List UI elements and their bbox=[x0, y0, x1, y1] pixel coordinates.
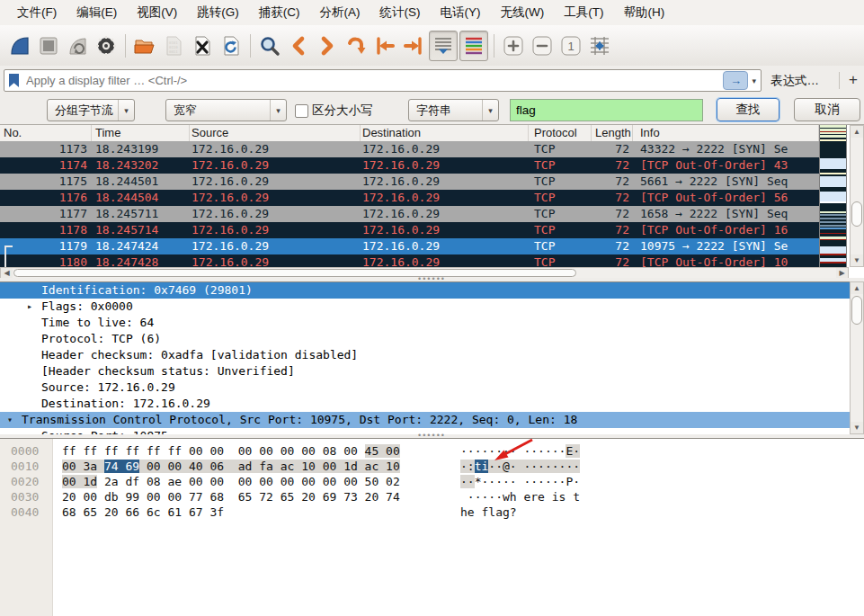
resize-columns-button[interactable] bbox=[586, 31, 613, 60]
ascii-char[interactable]: · bbox=[488, 490, 495, 504]
hex-byte[interactable]: 00 bbox=[259, 444, 273, 458]
hex-byte[interactable]: 00 bbox=[189, 475, 203, 488]
hex-byte[interactable]: 00 bbox=[259, 475, 273, 488]
case-sensitive-checkbox[interactable] bbox=[295, 104, 308, 118]
reload-file-button[interactable] bbox=[218, 31, 245, 60]
vscroll-thumb[interactable] bbox=[851, 296, 862, 325]
column-header-protocol[interactable]: Protocol bbox=[529, 125, 592, 141]
hex-byte[interactable]: 00 bbox=[301, 475, 316, 488]
search-type-combo[interactable]: 字符串 ▾ bbox=[408, 99, 499, 121]
hex-byte[interactable]: 00 bbox=[83, 490, 97, 504]
detail-vscrollbar[interactable]: ▲ ▼ bbox=[850, 281, 864, 434]
packet-row[interactable]: 117418.243202172.16.0.29172.16.0.29TCP72… bbox=[0, 157, 819, 174]
search-query-input[interactable] bbox=[510, 99, 703, 121]
detail-line[interactable]: ▸Flags: 0x0000 bbox=[0, 299, 864, 315]
hex-byte[interactable]: 3f bbox=[209, 505, 224, 519]
packet-row[interactable]: 117718.245711172.16.0.29172.16.0.29TCP72… bbox=[0, 206, 819, 222]
detail-line[interactable]: Protocol: TCP (6) bbox=[0, 331, 864, 347]
scroll-down-icon[interactable]: ▼ bbox=[851, 422, 863, 433]
hex-byte[interactable]: ff bbox=[62, 444, 76, 458]
hex-byte[interactable]: 40 bbox=[189, 460, 203, 473]
save-file-button[interactable]: 010101100011 bbox=[160, 31, 187, 60]
packet-row[interactable]: 117318.243199172.16.0.29172.16.0.29TCP72… bbox=[0, 141, 819, 157]
column-header-destination[interactable]: Destination bbox=[361, 125, 529, 141]
ascii-char[interactable]: · bbox=[573, 475, 580, 488]
column-header-length[interactable]: Length bbox=[592, 125, 633, 141]
hex-byte[interactable]: 1d bbox=[343, 460, 358, 473]
ascii-char[interactable]: · bbox=[488, 475, 495, 488]
packet-list-vscrollbar[interactable]: ▲ ▼ bbox=[850, 125, 864, 267]
cancel-button[interactable]: 取消 bbox=[794, 98, 860, 121]
column-header-time[interactable]: Time bbox=[92, 125, 190, 141]
column-header-info[interactable]: Info bbox=[633, 125, 819, 141]
ascii-char[interactable]: h bbox=[510, 490, 517, 504]
menu-file[interactable]: 文件(F) bbox=[7, 0, 67, 25]
hex-byte[interactable]: 02 bbox=[386, 475, 400, 488]
hex-byte[interactable]: 00 bbox=[209, 444, 224, 458]
hex-byte[interactable]: 67 bbox=[189, 505, 203, 519]
ascii-char[interactable]: w bbox=[503, 490, 510, 504]
intelligent-scrollbar-minimap[interactable] bbox=[819, 125, 847, 267]
menu-analyze[interactable]: 分析(A) bbox=[310, 0, 370, 25]
zoom-out-button[interactable] bbox=[529, 31, 556, 60]
add-filter-button[interactable]: + bbox=[845, 66, 861, 95]
hex-byte[interactable]: 65 bbox=[281, 490, 295, 504]
go-to-packet-button[interactable] bbox=[343, 31, 370, 60]
detail-line[interactable]: Source: 172.16.0.29 bbox=[0, 379, 864, 396]
hex-byte[interactable]: 61 bbox=[167, 505, 182, 519]
hex-byte[interactable]: 00 bbox=[62, 475, 76, 488]
hex-byte[interactable]: 00 bbox=[209, 475, 224, 488]
ascii-char[interactable]: · bbox=[510, 475, 517, 488]
hex-byte[interactable]: 1d bbox=[83, 475, 97, 488]
detail-line[interactable]: Header checksum: 0xadfa [validation disa… bbox=[0, 347, 864, 363]
hex-byte[interactable]: 00 bbox=[343, 475, 358, 488]
ascii-char[interactable]: · bbox=[468, 444, 475, 458]
menu-capture[interactable]: 捕获(C) bbox=[249, 0, 310, 25]
ascii-char[interactable]: : bbox=[468, 460, 475, 473]
hex-byte[interactable]: 00 bbox=[281, 444, 295, 458]
hex-byte[interactable]: 45 bbox=[365, 444, 379, 458]
hex-byte[interactable]: 06 bbox=[209, 460, 224, 473]
hex-byte[interactable]: 73 bbox=[343, 490, 358, 504]
hex-byte[interactable]: 66 bbox=[125, 505, 139, 519]
scroll-left-icon[interactable]: ◀ bbox=[1, 268, 13, 278]
hex-byte[interactable]: 00 bbox=[323, 460, 337, 473]
hex-byte[interactable]: 68 bbox=[62, 505, 76, 519]
filter-history-caret-icon[interactable]: ▾ bbox=[752, 76, 756, 85]
ascii-char[interactable] bbox=[545, 490, 552, 504]
hex-byte[interactable]: 08 bbox=[323, 444, 337, 458]
hex-byte[interactable]: 69 bbox=[125, 460, 139, 473]
open-file-button[interactable] bbox=[131, 31, 158, 60]
hscroll-thumb[interactable] bbox=[13, 269, 576, 277]
ascii-char[interactable]: · bbox=[552, 460, 559, 473]
detail-line[interactable]: Time to live: 64 bbox=[0, 315, 864, 331]
detail-line[interactable]: Identification: 0x7469 (29801) bbox=[0, 282, 864, 299]
hex-byte[interactable]: df bbox=[125, 475, 139, 488]
hex-byte[interactable]: 00 bbox=[343, 444, 358, 458]
hex-byte[interactable]: 20 bbox=[104, 505, 119, 519]
hex-byte[interactable]: 50 bbox=[365, 475, 379, 488]
hex-byte[interactable]: 99 bbox=[125, 490, 139, 504]
ascii-char[interactable]: · bbox=[495, 490, 503, 504]
ascii-char[interactable]: · bbox=[530, 475, 538, 488]
hex-byte[interactable]: 00 bbox=[147, 460, 161, 473]
expression-button[interactable]: 表达式… bbox=[770, 66, 819, 95]
ascii-char[interactable]: · bbox=[538, 475, 545, 488]
ascii-char[interactable]: h bbox=[460, 505, 468, 519]
ascii-char[interactable]: · bbox=[573, 460, 580, 473]
hex-byte[interactable]: ff bbox=[125, 444, 139, 458]
ascii-char[interactable]: i bbox=[552, 490, 559, 504]
colorize-packets-button[interactable] bbox=[459, 31, 488, 61]
menu-edit[interactable]: 编辑(E) bbox=[67, 0, 127, 25]
hex-byte[interactable]: 74 bbox=[104, 460, 119, 473]
ascii-char[interactable] bbox=[460, 490, 468, 504]
bookmark-icon[interactable] bbox=[9, 74, 19, 87]
go-first-packet-button[interactable] bbox=[371, 31, 398, 60]
scroll-right-icon[interactable]: ▶ bbox=[836, 268, 848, 278]
capture-options-button[interactable] bbox=[93, 31, 120, 60]
detail-line[interactable]: [Header checksum status: Unverified] bbox=[0, 363, 864, 379]
display-filter-field[interactable]: → ▾ bbox=[4, 69, 762, 92]
hex-byte[interactable]: ae bbox=[167, 475, 182, 488]
hex-byte[interactable]: 00 bbox=[167, 460, 182, 473]
ascii-char[interactable]: · bbox=[552, 475, 559, 488]
